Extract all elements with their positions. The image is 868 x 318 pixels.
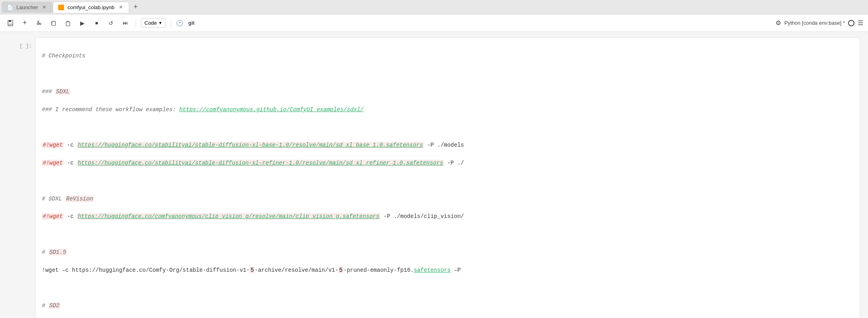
chevron-down-icon: ▼ bbox=[158, 21, 162, 25]
line-sdxl-revision: # SDXL ReVision bbox=[42, 194, 853, 203]
svg-rect-1 bbox=[9, 20, 11, 22]
notebook-area: [ ]: # Checkpoints ### SDXL ### I recomm… bbox=[0, 32, 868, 318]
toolbar-divider-2 bbox=[171, 19, 171, 27]
line-blank-5 bbox=[42, 284, 853, 292]
new-tab-button[interactable]: + bbox=[130, 2, 141, 13]
line-recommend: ### I recommend these workflow examples:… bbox=[42, 105, 853, 114]
toolbar-divider-1 bbox=[136, 19, 136, 27]
kernel-status-circle bbox=[848, 20, 854, 26]
stop-button[interactable]: ■ bbox=[91, 18, 102, 29]
paste-button[interactable] bbox=[62, 18, 73, 29]
menu-icon[interactable]: ☰ bbox=[858, 19, 863, 27]
add-cell-button[interactable]: + bbox=[19, 18, 30, 29]
launcher-tab-icon: 📄 bbox=[7, 4, 13, 10]
fast-forward-button[interactable]: ⏭ bbox=[120, 18, 131, 29]
save-icon bbox=[7, 20, 14, 26]
launcher-tab-label: Launcher bbox=[16, 4, 38, 10]
settings-icon[interactable]: ⚙ bbox=[775, 19, 781, 27]
kernel-info: ⚙ Python [conda env:base] * ☰ bbox=[775, 19, 863, 27]
save-button[interactable] bbox=[5, 18, 16, 29]
notebook-tab-close[interactable]: ✕ bbox=[118, 4, 124, 10]
line-blank-4 bbox=[42, 230, 853, 239]
line-sd2-comment: # SD2 bbox=[42, 301, 853, 310]
notebook-tab-icon: 🟧 bbox=[58, 4, 64, 10]
code-cell[interactable]: # Checkpoints ### SDXL ### I recommend t… bbox=[35, 37, 860, 318]
cut-button[interactable] bbox=[34, 18, 45, 29]
tab-notebook[interactable]: 🟧 comfyui_colab.ipynb ✕ bbox=[53, 2, 129, 13]
clock-icon: 🕐 bbox=[176, 20, 183, 27]
line-wget-sdxl-base: #!wget -c https://huggingface.co/stabili… bbox=[42, 141, 853, 149]
line-sd15-comment: # SD1.5 bbox=[42, 248, 853, 257]
line-wget-sdxl-refiner: #!wget -c https://huggingface.co/stabili… bbox=[42, 159, 853, 167]
kernel-label: Python [conda env:base] * bbox=[784, 20, 845, 26]
svg-rect-3 bbox=[52, 22, 55, 26]
paste-icon bbox=[65, 20, 71, 26]
line-blank-2 bbox=[42, 123, 853, 132]
cell-number: [ ]: bbox=[8, 37, 32, 318]
launcher-tab-close[interactable]: ✕ bbox=[41, 4, 47, 10]
git-button[interactable]: git bbox=[187, 18, 196, 29]
cut-icon bbox=[36, 20, 42, 26]
line-checkpoints: # Checkpoints bbox=[42, 51, 853, 60]
tab-launcher[interactable]: 📄 Launcher ✕ bbox=[2, 2, 53, 13]
notebook-tab-label: comfyui_colab.ipynb bbox=[67, 4, 114, 10]
line-sdxl-heading: ### SDXL bbox=[42, 87, 853, 96]
svg-rect-4 bbox=[66, 22, 70, 26]
line-wget-clip: #!wget -c https://huggingface.co/comfyan… bbox=[42, 212, 853, 221]
cell-wrapper: [ ]: # Checkpoints ### SDXL ### I recomm… bbox=[8, 37, 860, 318]
line-wget-sd15: !wget –c https://huggingface.co/Comfy-Or… bbox=[42, 266, 853, 275]
line-blank-1 bbox=[42, 69, 853, 78]
toolbar: + ▶ ■ ↺ ⏭ Code ▼ 🕐 git ⚙ Python [conda e… bbox=[0, 14, 868, 32]
svg-rect-2 bbox=[8, 24, 12, 26]
tab-bar: 📄 Launcher ✕ 🟧 comfyui_colab.ipynb ✕ + bbox=[0, 0, 868, 14]
copy-icon bbox=[50, 20, 57, 26]
run-button[interactable]: ▶ bbox=[77, 18, 88, 29]
copy-button[interactable] bbox=[48, 18, 59, 29]
cell-type-dropdown[interactable]: Code ▼ bbox=[141, 18, 166, 27]
restart-button[interactable]: ↺ bbox=[105, 18, 116, 29]
line-blank-3 bbox=[42, 177, 853, 185]
cell-type-label: Code bbox=[144, 20, 157, 26]
